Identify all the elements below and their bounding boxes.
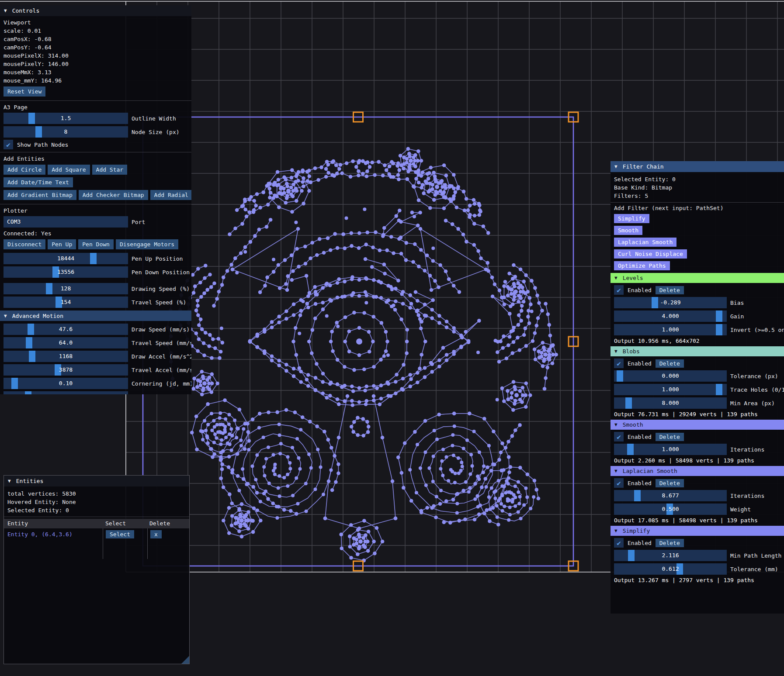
info-line: mousePixelX: 314.00 [3, 52, 188, 59]
slider-travel-speed[interactable]: 154 [3, 297, 128, 308]
pen-up-button[interactable]: Pen Up [48, 239, 76, 249]
filter-section-header-simplify[interactable]: Simplify [611, 526, 784, 536]
add-checker-bitmap-button[interactable]: Add Checker Bitmap [79, 190, 148, 200]
disconnect-button[interactable]: Disconnect [3, 239, 45, 249]
filter-section-header-blobs[interactable]: Blobs [611, 346, 784, 356]
add-filter-optimize-paths-button[interactable]: Optimize Paths [614, 261, 670, 270]
slider-row: 8.677Iterations [614, 490, 784, 501]
collapse-icon[interactable] [614, 348, 617, 354]
slider-value: 1.000 [614, 384, 727, 395]
entity-name[interactable]: Entity 0, (6.4,3.6) [4, 531, 103, 538]
slider-iterations[interactable]: 1.000 [614, 444, 727, 455]
slider-trace-holes-0-1[interactable]: 1.000 [614, 384, 727, 395]
slider-tolerance-px[interactable]: 0.000 [614, 370, 727, 382]
controls-title: Controls [12, 7, 40, 14]
advanced-motion-header[interactable]: Advanced Motion [0, 310, 191, 321]
delete-filter-button[interactable]: Delete [656, 359, 684, 368]
slider-label: Pen Up Position [132, 255, 183, 262]
entity-select-button[interactable]: Select [106, 530, 134, 538]
collapse-icon[interactable] [8, 478, 11, 484]
add-filter-simplify-button[interactable]: Simplify [614, 214, 649, 223]
info-line: mousePixelY: 146.00 [3, 60, 188, 68]
slider-row: 1.000Iterations [614, 444, 784, 455]
enabled-checkbox[interactable] [614, 478, 624, 488]
slider-min-path-length-mm[interactable]: 2.116 [614, 550, 727, 561]
filter-section-title: Blobs [623, 348, 640, 355]
slider-pen-up-position[interactable]: 18444 [3, 253, 128, 264]
slider-gain[interactable]: 4.000 [614, 310, 727, 322]
delete-filter-button[interactable]: Delete [656, 539, 684, 547]
slider-invert-0-5-on[interactable]: 1.000 [614, 324, 727, 335]
slider-weight[interactable]: 0.500 [614, 504, 727, 515]
collapse-icon[interactable] [614, 468, 617, 474]
slider-travel-speed-mm-s[interactable]: 64.0 [3, 337, 128, 348]
pen-down-button[interactable]: Pen Down [78, 239, 114, 249]
slider-tolerance-mm[interactable]: 0.612 [614, 563, 727, 575]
collapse-icon[interactable] [614, 528, 617, 534]
slider-min-area-px[interactable]: 8.000 [614, 397, 727, 409]
show-path-nodes-checkbox[interactable] [3, 140, 13, 149]
collapse-icon[interactable] [4, 313, 7, 319]
delete-filter-button[interactable]: Delete [656, 479, 684, 487]
filter-section-title: Levels [623, 275, 643, 281]
delete-filter-button[interactable]: Delete [656, 433, 684, 441]
add-square-button[interactable]: Add Square [48, 165, 90, 175]
filter-section-header-laplacian-smooth[interactable]: Laplacian Smooth [611, 466, 784, 476]
slider-draw-accel-mm-s-2[interactable]: 1168 [3, 351, 128, 362]
add-date-time-text-button[interactable]: Add Date/Time Text [3, 177, 73, 187]
filter-chain-panel: Filter Chain Selected Entity: 0Base Kind… [611, 161, 784, 614]
col-delete: Delete [147, 519, 189, 528]
slider-junction-speed-floor[interactable]: 19 [3, 391, 128, 394]
divider [0, 152, 191, 152]
enabled-label: Enabled [628, 480, 652, 486]
enabled-checkbox[interactable] [614, 285, 624, 295]
filter-chain-header[interactable]: Filter Chain [611, 161, 784, 172]
slider-value: 13556 [3, 266, 128, 278]
add-filter-curl-noise-displace-button[interactable]: Curl Noise Displace [614, 249, 687, 259]
slider-node-size-px[interactable]: 8 [3, 126, 128, 138]
resize-handle[interactable] [181, 656, 189, 664]
slider-label: Draw Speed (mm/s) [132, 326, 190, 333]
slider-travel-accel-mm-s-2[interactable]: 3878 [3, 364, 128, 376]
add-filter-smooth-button[interactable]: Smooth [614, 226, 642, 235]
slider-value: 154 [3, 297, 128, 308]
reset-view-button[interactable]: Reset View [3, 86, 45, 97]
collapse-icon[interactable] [614, 275, 617, 281]
col-entity: Entity [4, 519, 103, 528]
slider-bias[interactable]: -0.289 [614, 297, 727, 308]
add-star-button[interactable]: Add Star [92, 165, 128, 175]
add-gradient-bitmap-button[interactable]: Add Gradient Bitmap [3, 190, 76, 200]
disengage-motors-button[interactable]: Disengage Motors [116, 239, 178, 249]
filter-section-header-smooth[interactable]: Smooth [611, 420, 784, 430]
enabled-checkbox[interactable] [614, 538, 624, 548]
slider-cornering-jd-mm[interactable]: 0.10 [3, 378, 128, 389]
plotter-heading: Plotter [3, 207, 188, 214]
filter-section-header-levels[interactable]: Levels [611, 273, 784, 283]
slider-value: 0.10 [3, 378, 128, 389]
collapse-icon[interactable] [4, 8, 7, 14]
slider-label: Iterations [730, 493, 764, 499]
slider-label: Iterations [730, 446, 764, 453]
controls-header[interactable]: Controls [0, 5, 191, 16]
collapse-icon[interactable] [614, 164, 617, 169]
collapse-icon[interactable] [614, 422, 617, 428]
slider-outline-width[interactable]: 1.5 [3, 113, 128, 124]
slider-drawing-speed[interactable]: 128 [3, 283, 128, 294]
info-line: Selected Entity: 0 [7, 507, 186, 514]
divider [0, 100, 191, 101]
slider-draw-speed-mm-s[interactable]: 47.6 [3, 324, 128, 335]
entity-delete-button[interactable]: x [150, 530, 162, 538]
info-line: camPosY: -0.64 [3, 44, 188, 51]
slider-pen-down-position[interactable]: 13556 [3, 266, 128, 278]
delete-filter-button[interactable]: Delete [656, 286, 684, 294]
slider-row: 0.500Weight [614, 504, 784, 515]
port-input[interactable]: COM3 [3, 216, 128, 228]
slider-value: 47.6 [3, 324, 128, 335]
enabled-checkbox[interactable] [614, 359, 624, 368]
entities-header[interactable]: Entities [4, 476, 189, 486]
enabled-checkbox[interactable] [614, 432, 624, 441]
add-filter-laplacian-smooth-button[interactable]: Laplacian Smooth [614, 238, 676, 247]
add-radial-bitmap-button[interactable]: Add Radial Bitmap [150, 190, 191, 200]
add-circle-button[interactable]: Add Circle [3, 165, 45, 175]
slider-iterations[interactable]: 8.677 [614, 490, 727, 501]
